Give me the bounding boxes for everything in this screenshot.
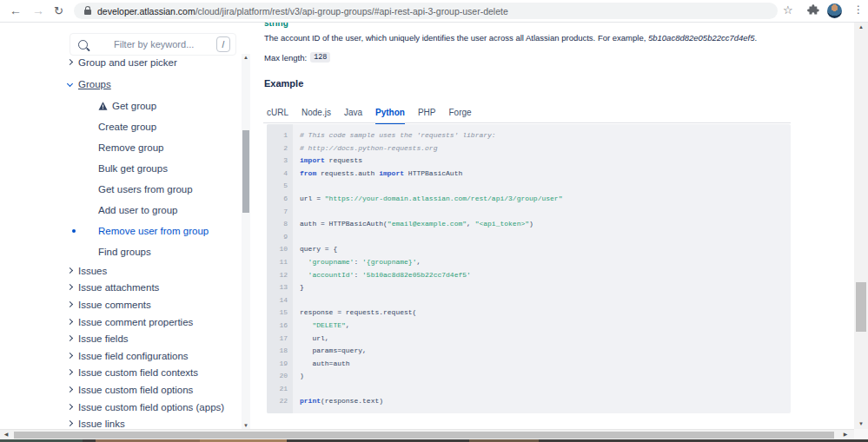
line-number: 10 <box>267 243 288 256</box>
scroll-down-icon[interactable]: ▼ <box>854 419 868 429</box>
sidebar-item-issue-custom-field-contexts[interactable]: Issue custom field contexts <box>61 365 239 382</box>
code-line <box>300 294 791 307</box>
back-button[interactable]: ← <box>10 3 22 17</box>
scroll-down-icon[interactable]: ▼ <box>242 422 250 429</box>
address-bar[interactable]: developer.atlassian.com/cloud/jira/platf… <box>74 3 778 19</box>
main-content: string The account ID of the user, which… <box>263 22 791 429</box>
line-number: 5 <box>267 180 288 193</box>
tab-forge[interactable]: Forge <box>449 106 472 122</box>
sidebar-item-remove-group[interactable]: Remove group <box>61 137 239 158</box>
tab-java[interactable]: Java <box>344 106 362 122</box>
page-horizontal-scrollbar[interactable]: ◀ ▶ <box>0 429 868 439</box>
forward-button[interactable]: → <box>32 3 44 17</box>
search-icon <box>78 40 88 49</box>
tab-python[interactable]: Python <box>375 106 405 125</box>
line-number: 14 <box>267 294 288 307</box>
sidebar-item-get-users-from-group[interactable]: Get users from group <box>61 179 239 200</box>
sidebar-item-label: Groups <box>78 79 111 89</box>
sidebar-item-issue-fields[interactable]: Issue fields <box>61 330 239 347</box>
filter-input[interactable] <box>88 39 216 49</box>
sidebar-item-issue-attachments[interactable]: Issue attachments <box>61 280 239 297</box>
line-number: 9 <box>267 231 288 244</box>
sidebar-item-add-user-to-group[interactable]: Add user to group <box>61 200 239 221</box>
code-line <box>300 180 791 193</box>
sidebar-item-label: Issue comment properties <box>78 317 193 327</box>
reload-button[interactable]: ↻ <box>54 4 63 18</box>
sidebar-nav: Group and user pickerGroupsGet groupCrea… <box>61 52 239 432</box>
line-number: 4 <box>267 168 288 181</box>
sidebar-item-issue-comment-properties[interactable]: Issue comment properties <box>61 313 239 331</box>
sidebar-item-label: Remove group <box>98 142 163 153</box>
extensions-icon[interactable] <box>807 4 819 20</box>
sidebar-item-label: Bulk get groups <box>98 163 168 174</box>
chevron-right-icon <box>67 335 73 341</box>
ssl-padlock-icon[interactable] <box>84 10 91 15</box>
line-number: 1 <box>267 129 288 142</box>
code-gutter: 12345678910111213141516171819202122 <box>267 124 293 413</box>
line-number: 19 <box>267 358 288 371</box>
code-line: auth=auth <box>300 358 791 371</box>
scroll-left-icon[interactable]: ◀ <box>0 430 12 439</box>
sidebar-item-find-groups[interactable]: Find groups <box>61 241 239 262</box>
line-number: 8 <box>267 218 288 231</box>
code-line: query = { <box>300 243 791 256</box>
sidebar-item-label: Add user to group <box>98 205 177 215</box>
code-line: "DELETE", <box>300 320 791 333</box>
code-line: url = "https://your-domain.atlassian.com… <box>300 193 791 206</box>
sidebar-item-label: Remove user from group <box>98 226 209 236</box>
sidebar-item-get-group[interactable]: Get group <box>61 96 239 116</box>
scroll-up-icon[interactable]: ▲ <box>854 22 868 32</box>
code-sample-block: 12345678910111213141516171819202122 # Th… <box>267 124 791 413</box>
chevron-right-icon <box>67 420 73 426</box>
bookmark-star-icon[interactable]: ☆ <box>783 3 793 16</box>
sidebar-item-issues[interactable]: Issues <box>61 262 239 280</box>
profile-avatar[interactable] <box>827 3 842 18</box>
page-vertical-scrollbar[interactable]: ▲ ▼ <box>854 22 868 429</box>
line-number: 6 <box>267 193 288 206</box>
sidebar-item-issue-comments[interactable]: Issue comments <box>61 296 239 313</box>
sidebar-item-group-and-user-picker[interactable]: Group and user picker <box>61 52 239 73</box>
chevron-right-icon <box>67 319 73 325</box>
keyboard-shortcut-badge: / <box>216 36 230 52</box>
sidebar-item-label: Issue custom field options <box>78 385 193 395</box>
max-length-row: Max length: 128 <box>264 52 330 63</box>
sidebar-item-issue-field-configurations[interactable]: Issue field configurations <box>61 347 239 365</box>
horizontal-scrollbar-thumb[interactable] <box>14 432 834 439</box>
line-number: 12 <box>267 269 288 282</box>
tab-curl[interactable]: cURL <box>267 106 288 122</box>
code-line: # This code sample uses the 'requests' l… <box>300 129 791 142</box>
code-line: 'groupname': '{groupname}', <box>300 256 791 269</box>
param-type-label: string <box>264 22 288 28</box>
tab-node-js[interactable]: Node.js <box>301 106 331 122</box>
chevron-right-icon <box>67 386 73 393</box>
line-number: 7 <box>267 206 288 219</box>
sidebar-item-issue-custom-field-options-apps[interactable]: Issue custom field options (apps) <box>61 399 239 416</box>
sidebar-item-create-group[interactable]: Create group <box>61 116 239 137</box>
sidebar-item-label: Issue custom field options (apps) <box>78 402 224 412</box>
browser-menu-icon[interactable]: ⋮ <box>853 3 864 16</box>
line-number: 22 <box>267 395 288 408</box>
vertical-scrollbar-thumb[interactable] <box>856 282 866 332</box>
code-line: response = requests.request( <box>300 307 791 320</box>
line-number: 20 <box>267 370 288 383</box>
code-line: auth = HTTPBasicAuth("email@example.com"… <box>300 218 791 231</box>
line-number: 18 <box>267 345 288 358</box>
sidebar-item-groups[interactable]: Groups <box>61 73 239 96</box>
scroll-right-icon[interactable]: ▶ <box>839 430 851 439</box>
tab-php[interactable]: PHP <box>418 106 436 122</box>
code-lines: # This code sample uses the 'requests' l… <box>293 124 791 413</box>
chevron-right-icon <box>67 284 73 290</box>
sidebar-item-remove-user-from-group[interactable]: Remove user from group <box>61 221 239 241</box>
scrollbar-corner <box>854 429 868 439</box>
sidebar-item-bulk-get-groups[interactable]: Bulk get groups <box>61 158 239 179</box>
code-line: 'accountId': '5b10ac8d82e05b22cc7d4ef5' <box>300 269 791 282</box>
deprecated-warning-icon <box>98 102 108 110</box>
chevron-down-icon <box>67 80 73 86</box>
code-line <box>300 206 791 219</box>
code-line: from requests.auth import HTTPBasicAuth <box>300 168 791 181</box>
scroll-up-icon[interactable]: ▲ <box>242 54 250 61</box>
sidebar-item-issue-custom-field-options[interactable]: Issue custom field options <box>61 381 239 399</box>
sidebar-scrollbar[interactable]: ▲ ▼ <box>242 54 250 429</box>
sidebar-item-label: Issue attachments <box>78 282 159 293</box>
sidebar-scrollbar-thumb[interactable] <box>242 130 249 213</box>
